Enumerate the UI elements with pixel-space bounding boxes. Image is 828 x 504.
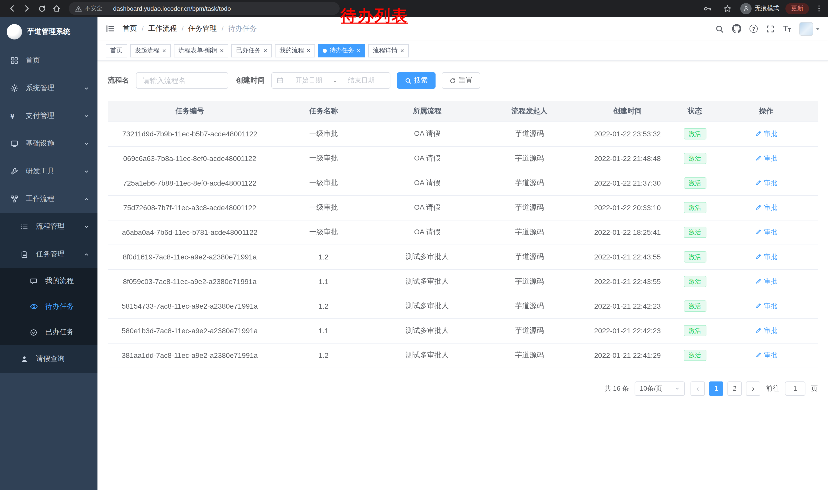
table-header: 任务编号 任务名称 所属流程 流程发起人 创建时间 状态 操作 [108, 101, 818, 122]
cell-process: 测试多审批人 [376, 269, 479, 294]
app-logo[interactable]: 芋道管理系统 [0, 17, 97, 47]
breadcrumb-separator: / [181, 25, 184, 33]
page-button-1[interactable]: 1 [709, 381, 723, 396]
page-size-select[interactable]: 10条/页 [634, 381, 685, 396]
cell-process: 测试多审批人 [376, 343, 479, 368]
table-row: 725a1eb6-7b88-11ec-8ef0-acde48001122 一级审… [108, 171, 818, 195]
table-row: 73211d9d-7b9b-11ec-b5b7-acde48001122 一级审… [108, 122, 818, 146]
sidebar-item-todo-task[interactable]: 待办任务 [0, 294, 97, 319]
chevron-down-icon [84, 85, 89, 91]
sidebar-item-done-task[interactable]: 已办任务 [0, 319, 97, 345]
cell-action: 审批 [715, 195, 818, 220]
cell-create-time: 2022-01-22 21:48:48 [580, 146, 675, 171]
approve-link[interactable]: 审批 [755, 178, 777, 188]
cell-process: OA 请假 [376, 195, 479, 220]
approve-link[interactable]: 审批 [755, 228, 777, 237]
sidebar-item-home[interactable]: 首页 [0, 47, 97, 74]
yen-icon: ¥ [10, 112, 19, 120]
start-date-placeholder[interactable]: 开始日期 [285, 76, 333, 85]
browser-home-button[interactable] [50, 2, 64, 15]
navbar-tools: ? TT [715, 22, 820, 36]
annotation-overlay: 待办列表 [341, 5, 408, 27]
sidebar-item-my-process[interactable]: 我的流程 [0, 268, 97, 294]
approve-link[interactable]: 审批 [755, 203, 777, 212]
next-page-button[interactable]: › [746, 381, 760, 396]
end-date-placeholder[interactable]: 结束日期 [337, 76, 385, 85]
approve-link[interactable]: 审批 [755, 154, 777, 163]
close-icon[interactable]: × [162, 47, 166, 54]
sidebar-item-leave-query[interactable]: 请假查询 [0, 345, 97, 373]
breadcrumb-item[interactable]: 工作流程 [148, 24, 177, 33]
docs-help-button[interactable]: ? [749, 25, 758, 33]
tab-process-form-edit[interactable]: 流程表单-编辑 × [174, 44, 228, 57]
sidebar-item-payment[interactable]: ¥ 支付管理 [0, 102, 97, 130]
cell-status: 激活 [675, 343, 715, 368]
approve-link[interactable]: 审批 [755, 129, 777, 138]
fullscreen-button[interactable] [766, 25, 775, 33]
page-button-2[interactable]: 2 [728, 381, 742, 396]
workflow-icon [10, 195, 19, 203]
browser-back-button[interactable] [5, 2, 19, 15]
prev-page-button[interactable]: ‹ [691, 381, 705, 396]
person-icon [20, 355, 29, 363]
search-button[interactable]: 搜索 [397, 72, 436, 89]
sidebar-item-system[interactable]: 系统管理 [0, 74, 97, 102]
security-indicator[interactable]: 不安全 [75, 5, 102, 12]
browser-forward-button[interactable] [20, 2, 34, 15]
chevron-down-icon [84, 141, 89, 146]
approve-link[interactable]: 审批 [755, 277, 777, 286]
page-url: dashboard.yudao.iocoder.cn/bpm/task/todo [113, 5, 231, 12]
close-icon[interactable]: × [263, 47, 267, 54]
bookmark-button[interactable] [720, 2, 734, 15]
create-time-range-picker[interactable]: 开始日期 - 结束日期 [272, 72, 390, 89]
saved-passwords-button[interactable] [700, 2, 714, 15]
tab-my-process[interactable]: 我的流程 × [275, 44, 315, 57]
tab-start-process[interactable]: 发起流程 × [130, 44, 171, 57]
browser-menu-button[interactable] [815, 5, 823, 12]
cell-create-time: 2022-01-22 23:53:32 [580, 122, 675, 146]
breadcrumb-separator: / [222, 25, 224, 33]
font-size-button[interactable]: TT [783, 25, 791, 33]
reset-button[interactable]: 重置 [442, 72, 480, 89]
sidebar-item-task-management[interactable]: 任务管理 [0, 240, 97, 268]
breadcrumb-item[interactable]: 首页 [123, 24, 137, 33]
cell-action: 审批 [715, 171, 818, 195]
close-icon[interactable]: × [400, 47, 404, 54]
breadcrumb-item[interactable]: 任务管理 [188, 24, 217, 33]
cell-create-time: 2022-01-22 20:33:10 [580, 195, 675, 220]
update-label: 更新 [791, 4, 803, 13]
tab-done-task[interactable]: 已办任务 × [232, 44, 272, 57]
close-icon[interactable]: × [220, 47, 224, 54]
goto-page-input[interactable] [785, 381, 805, 396]
approve-link[interactable]: 审批 [755, 252, 777, 262]
github-link-button[interactable] [732, 24, 741, 33]
address-bar[interactable]: 不安全 dashboard.yudao.iocoder.cn/bpm/task/… [69, 2, 340, 15]
sidebar-item-infrastructure[interactable]: 基础设施 [0, 130, 97, 157]
incognito-profile-chip[interactable]: 无痕模式 [740, 3, 779, 14]
sidebar-item-process-management[interactable]: 流程管理 [0, 213, 97, 240]
tab-home[interactable]: 首页 [106, 44, 127, 57]
sidebar-item-devtools[interactable]: 研发工具 [0, 157, 97, 185]
cell-action: 审批 [715, 343, 818, 368]
browser-reload-button[interactable] [35, 2, 49, 15]
tab-process-detail[interactable]: 流程详情 × [368, 44, 409, 57]
process-name-input[interactable] [136, 72, 228, 89]
sidebar-collapse-button[interactable] [106, 24, 115, 33]
cell-action: 审批 [715, 294, 818, 318]
check-circle-icon [30, 328, 38, 336]
browser-update-button[interactable]: 更新 [785, 3, 809, 14]
breadcrumb: 首页 / 工作流程 / 任务管理 / 待办任务 [123, 24, 257, 33]
home-icon [52, 4, 61, 13]
cell-create-time: 2022-01-21 22:42:23 [580, 318, 675, 343]
approve-link[interactable]: 审批 [755, 326, 777, 335]
tab-todo-task[interactable]: 待办任务 × [318, 44, 365, 57]
screenshot-stage: 不安全 dashboard.yudao.iocoder.cn/bpm/task/… [0, 0, 828, 504]
sidebar-item-workflow[interactable]: 工作流程 [0, 185, 97, 213]
status-badge: 激活 [684, 251, 706, 263]
approve-link[interactable]: 审批 [755, 351, 777, 360]
header-search-button[interactable] [715, 25, 724, 33]
approve-link[interactable]: 审批 [755, 302, 777, 311]
close-icon[interactable]: × [307, 47, 310, 54]
close-icon[interactable]: × [357, 47, 361, 54]
user-avatar-menu[interactable] [799, 22, 820, 36]
